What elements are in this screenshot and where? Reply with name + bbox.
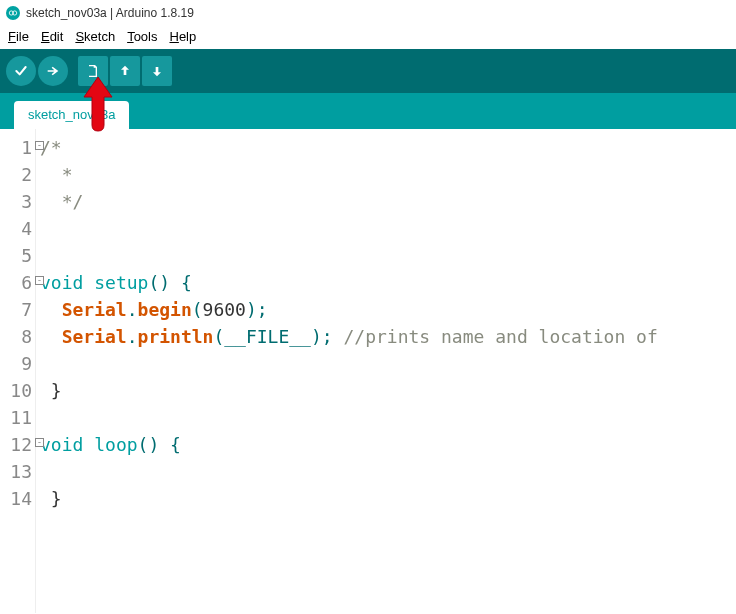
code-line[interactable]: } xyxy=(36,485,736,512)
code-line[interactable] xyxy=(36,404,736,431)
line-number: 9 xyxy=(0,350,35,377)
code-token xyxy=(83,434,94,455)
code-token: Serial xyxy=(62,299,127,320)
menu-tools[interactable]: Tools xyxy=(123,28,161,45)
code-token: () { xyxy=(148,272,191,293)
code-token: ); xyxy=(246,299,268,320)
new-sketch-button[interactable] xyxy=(78,56,108,86)
code-token: void xyxy=(40,434,83,455)
line-number: 4 xyxy=(0,215,35,242)
line-number: 12- xyxy=(0,431,35,458)
code-token: ( xyxy=(192,299,203,320)
code-line[interactable] xyxy=(36,242,736,269)
code-token xyxy=(83,272,94,293)
menu-sketch[interactable]: Sketch xyxy=(71,28,119,45)
fold-toggle-icon[interactable]: - xyxy=(35,276,44,285)
code-token: () { xyxy=(138,434,181,455)
line-number: 11 xyxy=(0,404,35,431)
code-line[interactable]: * xyxy=(36,161,736,188)
code-token: 9600 xyxy=(203,299,246,320)
code-token: } xyxy=(40,380,62,401)
sketch-tab-strip: sketch_nov03a xyxy=(0,93,736,129)
toolbar xyxy=(0,49,736,93)
code-token: */ xyxy=(40,191,83,212)
code-editor[interactable]: 1-23456-789101112-1314 /* * */void setup… xyxy=(0,129,736,613)
line-number: 13 xyxy=(0,458,35,485)
code-token: println xyxy=(138,326,214,347)
line-number: 5 xyxy=(0,242,35,269)
open-sketch-button[interactable] xyxy=(110,56,140,86)
tab-label: sketch_nov03a xyxy=(28,107,115,122)
menu-file[interactable]: File xyxy=(4,28,33,45)
code-token: loop xyxy=(94,434,137,455)
code-token: setup xyxy=(94,272,148,293)
code-line[interactable] xyxy=(36,215,736,242)
code-line[interactable]: void setup() { xyxy=(36,269,736,296)
code-token: * xyxy=(40,164,73,185)
menu-edit[interactable]: Edit xyxy=(37,28,67,45)
active-sketch-tab[interactable]: sketch_nov03a xyxy=(14,101,129,129)
menu-help[interactable]: Help xyxy=(165,28,200,45)
window-title-bar: sketch_nov03a | Arduino 1.8.19 xyxy=(0,0,736,26)
code-token: } xyxy=(40,488,62,509)
code-token xyxy=(40,326,62,347)
save-sketch-button[interactable] xyxy=(142,56,172,86)
line-number: 1- xyxy=(0,134,35,161)
line-number: 14 xyxy=(0,485,35,512)
code-area[interactable]: /* * */void setup() { Serial.begin(9600)… xyxy=(36,129,736,613)
arduino-app-icon xyxy=(6,6,20,20)
window-title: sketch_nov03a | Arduino 1.8.19 xyxy=(26,6,194,20)
line-number: 6- xyxy=(0,269,35,296)
line-number: 7 xyxy=(0,296,35,323)
code-token: . xyxy=(127,326,138,347)
code-token: ( xyxy=(213,326,224,347)
code-token: __FILE__ xyxy=(224,326,311,347)
upload-button[interactable] xyxy=(38,56,68,86)
fold-toggle-icon[interactable]: - xyxy=(35,141,44,150)
verify-button[interactable] xyxy=(6,56,36,86)
code-line[interactable]: Serial.begin(9600); xyxy=(36,296,736,323)
fold-toggle-icon[interactable]: - xyxy=(35,438,44,447)
line-number: 10 xyxy=(0,377,35,404)
code-line[interactable]: */ xyxy=(36,188,736,215)
line-number: 8 xyxy=(0,323,35,350)
code-line[interactable]: void loop() { xyxy=(36,431,736,458)
code-token: . xyxy=(127,299,138,320)
code-token: //prints name and location of xyxy=(343,326,657,347)
line-number: 3 xyxy=(0,188,35,215)
code-token: ); xyxy=(311,326,344,347)
code-line[interactable]: /* xyxy=(36,134,736,161)
code-token: void xyxy=(40,272,83,293)
code-line[interactable] xyxy=(36,458,736,485)
code-token: begin xyxy=(138,299,192,320)
menu-bar: File Edit Sketch Tools Help xyxy=(0,26,736,49)
code-token: Serial xyxy=(62,326,127,347)
line-number: 2 xyxy=(0,161,35,188)
code-line[interactable] xyxy=(36,350,736,377)
code-token xyxy=(40,299,62,320)
code-line[interactable]: Serial.println(__FILE__); //prints name … xyxy=(36,323,736,350)
line-number-gutter: 1-23456-789101112-1314 xyxy=(0,129,36,613)
code-line[interactable]: } xyxy=(36,377,736,404)
